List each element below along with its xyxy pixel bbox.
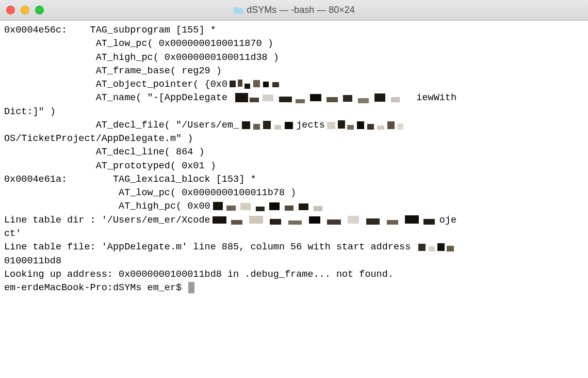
close-button[interactable] [6, 6, 15, 14]
terminal-line: 0x0004e61a: TAG_lexical_block [153] * [4, 173, 584, 186]
terminal-line: AT_name( "-[AppDelegate ████████████████… [4, 91, 584, 105]
terminal-line: AT_decl_line( 864 ) [4, 146, 584, 159]
window-title-text: dSYMs — -bash — 80×24 [247, 5, 355, 15]
terminal-line: AT_prototyped( 0x01 ) [4, 160, 584, 173]
terminal-line: AT_high_pc( 0x0000000100011d38 ) [4, 51, 584, 65]
terminal-line: Line table file: 'AppDelegate.m' line 88… [4, 241, 584, 254]
pixelation-overlay [227, 78, 285, 91]
terminal-window: dSYMs — -bash — 80×24 0x0004e56c: TAG_su… [0, 0, 588, 378]
pixelation-overlay [233, 91, 416, 105]
text-segment: AT_decl_file( "/Users/em_ [4, 120, 239, 131]
text-segment: iewWith [416, 92, 456, 103]
terminal-line: OS/TicketProject/AppDelegate.m" ) [4, 132, 584, 146]
terminal-line: AT_low_pc( 0x0000000100011870 ) [4, 37, 584, 51]
terminal-line: AT_object_pointer( {0x0004e58c} ) [4, 78, 584, 91]
terminal-line: AT_low_pc( 0x0000000100011b78 ) [4, 186, 584, 200]
traffic-lights [6, 6, 44, 14]
terminal-line: ct' [4, 227, 584, 241]
terminal-line: Looking up address: 0x0000000100011bd8 i… [4, 268, 584, 281]
pixelation-overlay [210, 214, 439, 227]
prompt-line: em-erdeMacBook-Pro:dSYMs em_er$ [4, 281, 584, 295]
text-segment: AT_name( "-[AppDelegate [4, 92, 233, 103]
text-segment: AT_high_pc( 0x00 [4, 201, 210, 212]
terminal-line: Line table dir : '/Users/em_er/Xcode████… [4, 214, 584, 227]
pixelation-overlay [239, 119, 296, 132]
terminal-line: AT_frame_base( reg29 ) [4, 65, 584, 78]
text-segment: AT_object_pointer( {0x0 [4, 79, 227, 90]
text-segment: oje [439, 215, 456, 226]
cursor[interactable] [188, 282, 194, 293]
maximize-button[interactable] [35, 6, 44, 14]
shell-prompt: em-erdeMacBook-Pro:dSYMs em_er$ [4, 282, 187, 293]
terminal-output[interactable]: 0x0004e56c: TAG_subprogram [155] * AT_lo… [0, 21, 588, 378]
terminal-line: AT_decl_file( "/Users/em_██████████jects… [4, 119, 584, 132]
terminal-line: 0x0004e56c: TAG_subprogram [155] * [4, 24, 584, 37]
minimize-button[interactable] [21, 6, 29, 14]
titlebar[interactable]: dSYMs — -bash — 80×24 [0, 0, 588, 21]
pixelation-overlay [416, 241, 456, 254]
pixelation-overlay [210, 200, 336, 213]
window-title: dSYMs — -bash — 80×24 [233, 5, 355, 15]
folder-icon [233, 6, 243, 14]
text-segment: Line table dir : '/Users/em_er/Xcode [4, 215, 210, 226]
pixelation-overlay [325, 119, 405, 132]
text-segment: jects [296, 120, 325, 131]
terminal-line: Dict:]" ) [4, 105, 584, 119]
text-segment: Line table file: 'AppDelegate.m' line 88… [4, 242, 416, 253]
terminal-line: 0100011bd8 [4, 255, 584, 268]
terminal-line: AT_high_pc( 0x00██████████████████████ [4, 200, 584, 213]
